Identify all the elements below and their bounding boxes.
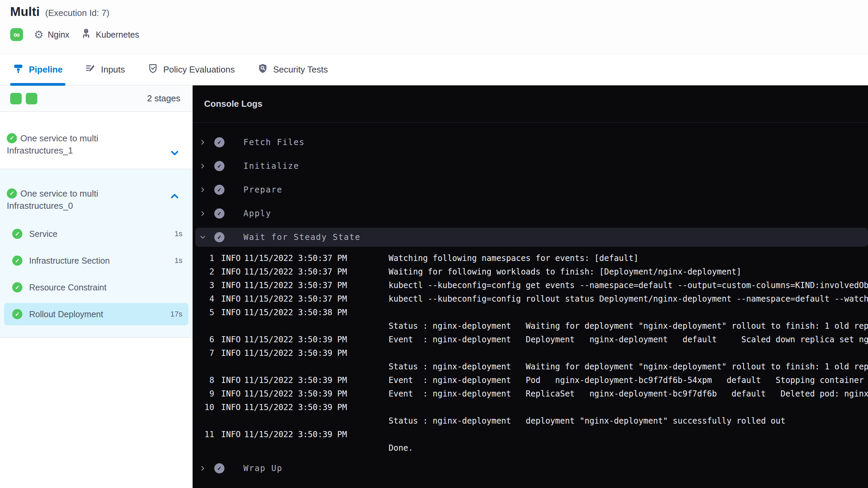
security-shield-search-icon: [257, 63, 268, 76]
stage-label: One service to multi Infrastructures_1: [7, 133, 98, 156]
log-section-label: Prepare: [243, 185, 282, 195]
stage-status-square-2[interactable]: [26, 93, 37, 104]
log-line: 7INFO11/15/2022 3:50:39 PM: [193, 346, 868, 360]
tab-policy-evaluations-label: Policy Evaluations: [163, 64, 235, 75]
chevron-right-icon[interactable]: [199, 210, 206, 217]
infrastructure-chip-label: Kubernetes: [96, 30, 139, 40]
step-service[interactable]: ✓ Service 1s: [0, 223, 193, 245]
step-label: Resource Constraint: [29, 283, 106, 292]
step-success-badge-icon: ✓: [214, 137, 224, 147]
console-body: ✓ Fetch Files ✓ Initialize ✓ Prepare: [193, 123, 868, 483]
step-success-badge-icon: ✓: [214, 185, 224, 195]
console-title: Console Logs: [204, 99, 262, 109]
log-line: 2INFO11/15/2022 3:50:37 PMWaiting for fo…: [193, 265, 868, 279]
log-section-label: Fetch Files: [243, 138, 305, 147]
infrastructure-chip[interactable]: Kubernetes: [80, 28, 139, 41]
log-section-label: Initialize: [243, 161, 299, 171]
log-section-label: Apply: [243, 209, 271, 218]
chevron-up-icon[interactable]: [169, 190, 180, 202]
tab-security-tests[interactable]: Security Tests: [257, 54, 328, 85]
chevron-right-icon[interactable]: [199, 163, 206, 169]
harness-cd-icon: ∞: [10, 28, 23, 41]
step-label: Rollout Deployment: [29, 309, 103, 319]
chevron-down-icon[interactable]: [169, 147, 180, 159]
service-chip-label: Nginx: [48, 30, 70, 40]
log-section-label: Wait for Steady State: [243, 232, 360, 242]
log-line: 8INFO11/15/2022 3:50:39 PMEvent : nginx-…: [193, 373, 868, 387]
tab-pipeline[interactable]: Pipeline: [13, 54, 63, 85]
step-list: ✓ Service 1s ✓ Infrastructure Section 1s…: [0, 223, 193, 325]
infrastructure-icon: [80, 28, 92, 41]
log-section-prepare[interactable]: ✓ Prepare: [193, 180, 868, 199]
inputs-icon: [85, 63, 96, 76]
log-line: 1INFO11/15/2022 3:50:37 PMWatching follo…: [193, 251, 868, 265]
log-line: 10INFO11/15/2022 3:50:39 PM: [193, 401, 868, 414]
tab-pipeline-label: Pipeline: [29, 64, 63, 75]
log-section-label: Wrap Up: [243, 464, 282, 473]
success-check-icon: ✓: [7, 188, 17, 199]
tab-policy-evaluations[interactable]: Policy Evaluations: [147, 54, 235, 85]
log-line-continuation: Done.: [193, 441, 868, 455]
service-chip[interactable]: ⚙ Nginx: [34, 29, 70, 40]
chevron-right-icon[interactable]: [199, 139, 206, 146]
step-success-badge-icon: ✓: [214, 161, 224, 171]
log-line: 4INFO11/15/2022 3:50:37 PMkubectl --kube…: [193, 292, 868, 306]
stage-status-square-1[interactable]: [10, 93, 22, 104]
step-label: Service: [29, 229, 57, 239]
step-duration: 1s: [175, 256, 182, 265]
stage-status-minimap[interactable]: [10, 93, 37, 104]
step-infrastructure-section[interactable]: ✓ Infrastructure Section 1s: [0, 249, 193, 272]
log-line: 6INFO11/15/2022 3:50:39 PMEvent : nginx-…: [193, 333, 868, 346]
chevron-right-icon[interactable]: [199, 465, 206, 472]
log-section-wrap-up[interactable]: ✓ Wrap Up: [193, 459, 868, 478]
execution-stages-sidebar: 2 stages ✓One service to multi Infrastru…: [0, 85, 193, 488]
gear-icon: ⚙: [34, 29, 44, 40]
pipeline-icon: [13, 63, 24, 76]
step-duration: 1s: [175, 229, 182, 238]
stages-summary-bar: 2 stages: [0, 85, 193, 112]
console-logs-panel: Console Logs ✓ Fetch Files ✓ Initialize: [193, 85, 868, 488]
pipeline-execution-page: Multi (Execution Id: 7) ∞ ⚙ Nginx: [0, 0, 868, 488]
step-duration: 17s: [171, 310, 182, 319]
success-check-icon: ✓: [12, 256, 22, 266]
log-line-continuation: Status : nginx-deployment Waiting for de…: [193, 360, 868, 373]
log-line: 3INFO11/15/2022 3:50:37 PMkubectl --kube…: [193, 279, 868, 292]
log-line: 11INFO11/15/2022 3:50:39 PM: [193, 428, 868, 441]
tab-security-tests-label: Security Tests: [273, 64, 328, 75]
log-section-initialize[interactable]: ✓ Initialize: [193, 157, 868, 176]
console-header: Console Logs: [193, 85, 868, 123]
step-resource-constraint[interactable]: ✓ Resource Constraint: [0, 276, 193, 299]
success-check-icon: ✓: [7, 133, 17, 143]
execution-header: Multi (Execution Id: 7) ∞ ⚙ Nginx: [0, 0, 868, 54]
log-line-continuation: Status : nginx-deployment Waiting for de…: [193, 319, 868, 333]
policy-shield-check-icon: [147, 63, 158, 76]
success-check-icon: ✓: [12, 309, 22, 319]
execution-tabbar: Pipeline Inputs Policy Evaluations: [0, 54, 868, 85]
chevron-down-icon[interactable]: [199, 234, 206, 241]
log-lines: 1INFO11/15/2022 3:50:37 PMWatching follo…: [193, 251, 868, 455]
log-line-continuation: Status : nginx-deployment deployment "ng…: [193, 414, 868, 428]
step-success-badge-icon: ✓: [214, 208, 224, 219]
step-success-badge-icon: ✓: [214, 463, 224, 473]
tab-inputs[interactable]: Inputs: [85, 54, 125, 85]
stage-card-infrastructures-0[interactable]: ✓One service to multi Infrastructures_0 …: [0, 169, 193, 338]
log-line: 9INFO11/15/2022 3:50:39 PMEvent : nginx-…: [193, 387, 868, 401]
step-rollout-deployment[interactable]: ✓ Rollout Deployment 17s: [4, 303, 189, 325]
chevron-right-icon[interactable]: [199, 186, 206, 193]
step-label: Infrastructure Section: [29, 256, 110, 266]
execution-id-label: (Execution Id: 7): [45, 8, 109, 18]
log-section-fetch-files[interactable]: ✓ Fetch Files: [193, 133, 868, 152]
tab-inputs-label: Inputs: [101, 64, 125, 75]
log-section-wait-for-steady-state[interactable]: ✓ Wait for Steady State: [195, 228, 868, 247]
stage-count-label: 2 stages: [147, 93, 180, 104]
step-success-badge-icon: ✓: [214, 232, 224, 242]
success-check-icon: ✓: [12, 282, 22, 292]
success-check-icon: ✓: [12, 229, 22, 239]
stage-label: One service to multi Infrastructures_0: [7, 188, 98, 211]
stage-card-infrastructures-1[interactable]: ✓One service to multi Infrastructures_1: [0, 112, 193, 169]
log-line: 5INFO11/15/2022 3:50:38 PM: [193, 306, 868, 319]
page-title: Multi: [10, 5, 40, 19]
log-section-apply[interactable]: ✓ Apply: [193, 204, 868, 223]
